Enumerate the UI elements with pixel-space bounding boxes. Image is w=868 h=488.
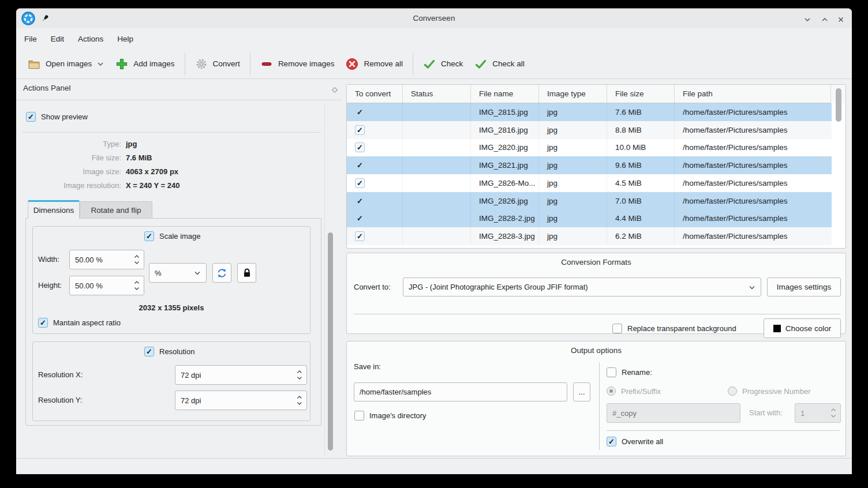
unit-combobox[interactable]: %: [149, 263, 207, 283]
progressive-number-radio-circle[interactable]: [728, 386, 737, 396]
table-row[interactable]: IMG_2826.jpg jpg 7.0 MiB /home/faster/Pi…: [347, 192, 832, 210]
column-image-type[interactable]: Image type: [539, 85, 607, 103]
check-button[interactable]: Check: [417, 53, 469, 75]
overwrite-all-checkbox[interactable]: Overwrite all: [607, 437, 663, 446]
table-row[interactable]: IMG_2826-Mo... jpg 4.5 MiB /home/faster/…: [347, 174, 832, 192]
convert-button[interactable]: Convert: [189, 53, 246, 75]
table-row[interactable]: IMG_2820.jpg jpg 10.0 MiB /home/faster/P…: [347, 139, 832, 157]
format-combobox[interactable]: JPG - (Joint Photographic Experts Group …: [403, 277, 761, 296]
save-in-input[interactable]: [354, 388, 567, 396]
table-row[interactable]: IMG_2815.jpg jpg 7.6 MiB /home/faster/Pi…: [347, 103, 832, 121]
height-spinbox[interactable]: [69, 276, 144, 295]
progressive-number-label: Progressive Number: [742, 387, 811, 396]
show-preview-box[interactable]: [26, 112, 36, 122]
row-checkbox[interactable]: [355, 107, 365, 117]
row-checkbox[interactable]: [355, 178, 365, 188]
images-settings-button[interactable]: Images settings: [767, 277, 841, 296]
column-file-size[interactable]: File size: [607, 85, 675, 103]
scale-image-checkbox[interactable]: Scale image: [144, 231, 201, 241]
resolution-y-spinbox[interactable]: [175, 391, 307, 410]
row-checkbox[interactable]: [355, 196, 365, 206]
lock-aspect-button[interactable]: [237, 263, 256, 283]
images-directory-checkbox[interactable]: Image's directory: [354, 411, 426, 421]
maintain-aspect-box[interactable]: [38, 318, 48, 328]
maintain-aspect-checkbox[interactable]: Mantain aspect ratio: [38, 318, 121, 328]
spin-arrows-icon[interactable]: [297, 391, 302, 410]
maximize-button[interactable]: [820, 14, 829, 24]
info-label: Type:: [16, 140, 121, 148]
remove-all-button[interactable]: Remove all: [340, 53, 409, 75]
cell-file-name: IMG_2815.jpg: [471, 103, 539, 121]
replace-background-checkbox[interactable]: Replace transparent background: [612, 324, 736, 333]
cell-to-convert: [347, 227, 403, 245]
menu-edit[interactable]: Edit: [44, 28, 71, 49]
add-images-button[interactable]: Add images: [110, 53, 180, 75]
table-row[interactable]: IMG_2828-3.jpg jpg 6.2 MiB /home/faster/…: [347, 227, 832, 245]
browse-button[interactable]: ...: [573, 382, 590, 401]
resolution-box[interactable]: [144, 347, 154, 356]
menu-actions[interactable]: Actions: [71, 28, 110, 49]
prefix-suffix-radio-circle[interactable]: [607, 386, 616, 396]
show-preview-label: Show preview: [41, 112, 88, 121]
menu-file[interactable]: File: [17, 28, 44, 49]
table-row[interactable]: IMG_2816.jpg jpg 8.8 MiB /home/faster/Pi…: [347, 121, 832, 139]
replace-background-box[interactable]: [612, 324, 622, 333]
row-checkbox[interactable]: [355, 213, 365, 223]
row-checkbox[interactable]: [355, 160, 365, 170]
table-scrollbar[interactable]: [836, 88, 841, 122]
spin-arrows-icon[interactable]: [297, 366, 302, 384]
cell-file-path: /home/faster/Pictures/samples: [675, 192, 832, 210]
tab-dimensions[interactable]: Dimensions: [28, 200, 80, 219]
show-preview-checkbox[interactable]: Show preview: [26, 112, 88, 122]
resolution-y-input[interactable]: [175, 396, 306, 405]
row-checkbox[interactable]: [355, 231, 365, 241]
menu-help[interactable]: Help: [110, 28, 140, 49]
start-with-spinbox[interactable]: [795, 403, 841, 423]
rename-pattern-field[interactable]: [607, 403, 740, 423]
panel-scrollbar[interactable]: [328, 232, 333, 451]
width-spinbox[interactable]: [69, 250, 144, 269]
save-in-label: Save in:: [354, 362, 381, 371]
choose-color-button[interactable]: Choose color: [764, 318, 841, 338]
close-button[interactable]: [836, 14, 845, 24]
cell-file-path: /home/faster/Pictures/samples: [675, 174, 832, 192]
remove-images-button[interactable]: Remove images: [255, 53, 341, 75]
spin-arrows-icon[interactable]: [134, 250, 140, 269]
rename-box[interactable]: [607, 367, 616, 377]
add-images-label: Add images: [133, 59, 174, 68]
overwrite-all-box[interactable]: [607, 437, 616, 446]
row-checkbox[interactable]: [355, 125, 365, 135]
resolution-checkbox[interactable]: Resolution: [144, 347, 194, 356]
height-input[interactable]: [70, 281, 144, 290]
column-to-convert[interactable]: To convert: [347, 85, 403, 103]
check-all-button[interactable]: Check all: [469, 53, 530, 75]
spin-arrows-icon[interactable]: [134, 276, 140, 295]
progressive-number-radio[interactable]: Progressive Number: [728, 386, 811, 396]
float-diamond-icon[interactable]: [331, 86, 339, 94]
resolution-x-input[interactable]: [175, 371, 306, 380]
prefix-suffix-radio[interactable]: Prefix/Suffix: [607, 386, 661, 396]
save-in-field[interactable]: [354, 382, 567, 401]
scale-image-box[interactable]: [144, 231, 154, 241]
width-input[interactable]: [70, 256, 144, 264]
choose-color-label: Choose color: [785, 324, 832, 333]
converseen-window: Converseen File Edit Actions Help Open i…: [16, 8, 852, 474]
column-file-name[interactable]: File name: [471, 85, 539, 103]
column-file-path[interactable]: File path: [675, 85, 845, 103]
spin-arrows-icon[interactable]: [830, 404, 836, 422]
rename-checkbox[interactable]: Rename:: [607, 367, 652, 377]
open-images-button[interactable]: Open images: [22, 53, 110, 75]
minimize-button[interactable]: [802, 14, 812, 24]
rename-pattern-input[interactable]: [607, 409, 740, 418]
titlebar[interactable]: Converseen: [16, 9, 852, 28]
tab-rotate-and-flip[interactable]: Rotate and flip: [80, 201, 152, 218]
resolution-x-spinbox[interactable]: [175, 365, 307, 385]
cell-file-name: IMG_2816.jpg: [471, 121, 539, 139]
images-directory-box[interactable]: [354, 411, 364, 421]
table-row[interactable]: IMG_2821.jpg jpg 9.6 MiB /home/faster/Pi…: [347, 156, 832, 174]
table-row[interactable]: IMG_2828-2.jpg jpg 4.4 MiB /home/faster/…: [347, 210, 832, 228]
column-status[interactable]: Status: [403, 85, 471, 103]
cell-to-convert: [347, 174, 403, 192]
refresh-size-button[interactable]: [212, 263, 231, 283]
row-checkbox[interactable]: [355, 142, 365, 152]
